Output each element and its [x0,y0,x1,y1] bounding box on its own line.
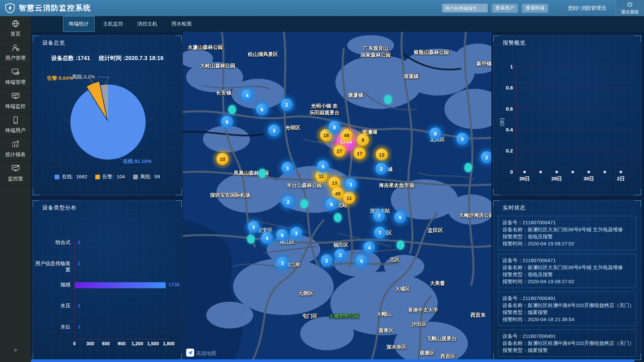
map-cluster-marker[interactable]: 2 [282,196,294,208]
sidebar-item-terminal-monitor[interactable]: 终端监控 [0,88,31,113]
sidebar-item-terminal-manage[interactable]: 终端管理 [0,64,31,88]
sidebar-item-user-gear[interactable]: 用户管理 [0,40,31,64]
sidebar-item-monitor-room[interactable]: 监控室 [0,161,31,185]
line-y-tick-label: 0.6 [506,106,513,112]
map-cluster-marker[interactable]: 48 [332,187,344,199]
map-cluster-marker[interactable]: 9 [276,229,288,241]
realtime-alarm-card[interactable]: 设备号：211807000491设备名称：新澜社区桂澜中路8号102开撸啦烧烤店… [498,329,636,357]
report-icon [11,140,20,150]
amap-attribution-text: 高德地图 [196,350,216,357]
alarm-card-row: 报警时间：2020-04-19 09:27:02 [502,240,632,247]
map-cluster-marker[interactable]: 13 [328,177,340,189]
sidebar-collapse-button[interactable]: > [0,347,31,353]
map-label: 福田区 [333,242,348,248]
map-label: 羊台山森林公园 [287,182,322,189]
header-actions: 搜索用户 搜索终端 您好! 消防管理员 退出系统 [442,0,644,16]
map-label: 银瓶山森林公园 [414,49,449,56]
legend-item-告警[interactable]: 告警: 104 [95,174,125,180]
map-point-marker[interactable] [397,241,405,250]
alarm-card-row: 报警类型：低电压报警 [502,233,632,240]
map-cluster-marker[interactable]: 3 [276,257,288,269]
map-cluster-marker[interactable]: 8 [328,121,340,133]
tab-3[interactable]: 用水检测 [166,16,197,32]
map-cluster-marker[interactable]: 2 [334,249,346,261]
map-label: 葵青区 [379,327,394,334]
map-point-marker[interactable] [384,95,392,104]
map-cluster-marker[interactable]: 10 [216,153,228,165]
horizontal-scrollbar[interactable] [31,359,635,362]
bar-y-axis [74,238,75,339]
map-cluster-marker[interactable]: 3 [248,221,260,233]
realtime-status-panel: 实时状态 设备号：211807000471设备名称：新澜社区大东门街39号6号铺… [493,200,641,360]
map-cluster-marker[interactable]: 3 [268,124,280,136]
tab-1[interactable]: 主机监控 [97,16,129,32]
sidebar-item-report[interactable]: 统计报表 [0,137,31,161]
alarm-card-row: 设备名称：新澜社区大东门街39号6号铺 文兴电器维修 [502,264,632,271]
device-type-title: 设备类型分布 [42,204,76,212]
map-cluster-marker[interactable]: 48 [340,129,353,141]
map-cluster-marker[interactable]: 3 [281,162,293,174]
map-cluster-marker[interactable]: 3 [456,133,468,145]
sidebar: 首页用户管理终端管理终端监控终端用户统计报表监控室 > [0,16,31,362]
map-cluster-marker[interactable]: 8 [357,134,369,146]
map-cluster-marker[interactable]: 2 [281,99,293,111]
greeting-text: 您好! 消防管理员 [568,5,606,11]
map-cluster-marker[interactable]: 7 [373,210,385,222]
map-cluster-marker[interactable]: 4 [363,241,375,253]
tab-2[interactable]: 消控主机 [131,16,163,32]
map-cluster-marker[interactable]: 5 [394,211,406,223]
search-terminal-button[interactable]: 搜索终端 [522,4,548,13]
map-cluster-marker[interactable]: 8 [429,127,441,139]
shield-lightning-logo-icon [5,3,15,13]
map-cluster-marker[interactable]: 5 [317,160,329,172]
map-point-marker[interactable] [334,213,342,222]
map-cluster-marker[interactable]: 27 [333,145,345,157]
map-cluster-marker[interactable]: 9 [325,198,337,210]
bar-category-label: 水位 [33,324,70,330]
realtime-alarm-card[interactable]: 设备号：211807000471设备名称：新澜社区大东门街39号6号铺 文兴电器… [498,254,636,288]
map-point-marker[interactable] [465,163,472,172]
map-cluster-marker[interactable]: 3 [345,178,357,190]
map-cluster-marker[interactable]: 11 [343,192,355,204]
map-cluster-marker[interactable]: 2 [375,163,387,175]
map-cluster-marker[interactable]: 4 [261,232,273,244]
map-cluster-marker[interactable]: 12 [376,148,388,161]
bar-烟感[interactable] [75,282,166,288]
map-cluster-marker[interactable]: 3 [290,227,302,239]
map-label: 香港中文大学 [408,307,438,313]
alarm-card-row: 报警类型：低电压报警 [502,271,632,278]
bar-value: 1 [77,324,80,329]
map-cluster-marker[interactable]: 6 [356,255,368,267]
line-x-tick-label: 2日 [617,176,625,181]
realtime-alarm-card[interactable]: 设备号：211807000471设备名称：新澜社区大东门街39号6号铺 文兴电器… [498,216,636,250]
sidebar-item-terminal-user[interactable]: 终端用户 [0,113,31,137]
device-type-panel: 设备类型分布 组合式2用户信息传输装置1烟感1736水压1水位1 0300600… [33,200,182,360]
search-user-button[interactable]: 搜索用户 [492,4,518,13]
map-label: 大岭山森林公园 [200,62,235,69]
map-cluster-marker[interactable]: 6 [221,116,233,128]
map-cluster-marker[interactable]: 2 [481,151,491,163]
logout-button[interactable]: 退出系统 [615,0,644,16]
map-cluster-marker[interactable]: 4 [241,89,253,101]
map-cluster-marker[interactable]: 2 [321,254,333,266]
realtime-alarm-card[interactable]: 设备号：211807000491设备名称：新澜社区桂澜中路8号102开撸啦烧烤店… [498,292,636,326]
search-input[interactable] [442,4,488,12]
map-point-marker[interactable] [259,169,266,178]
map-cluster-marker[interactable]: 6 [256,103,268,115]
map-label: 清溪镇 [404,73,419,80]
map-canvas[interactable]: 水濂山森林公园松山湖风景区大岭山森林公园广东观音山 国家森林公园银瓶山森林公园新… [183,32,491,362]
bar-x-tick-label: 1,800 [163,341,174,346]
map-point-marker[interactable] [301,199,308,208]
sidebar-item-home[interactable]: 首页 [0,16,31,40]
map-cluster-marker[interactable]: 17 [354,147,366,159]
map-cluster-marker[interactable]: 7 [374,227,386,239]
legend-item-在线[interactable]: 在线: 1682 [55,174,87,180]
map-label: 大美督 [430,280,445,287]
legend-item-离线[interactable]: 离线: 59 [133,174,160,180]
map-point-marker[interactable] [228,105,236,114]
alarm-card-row: 设备号：211807000471 [502,257,632,264]
terminal-user-icon [11,116,20,126]
line-data-point [620,171,622,173]
map-point-marker[interactable] [247,235,255,244]
tab-0[interactable]: 终端统计 [63,16,95,32]
